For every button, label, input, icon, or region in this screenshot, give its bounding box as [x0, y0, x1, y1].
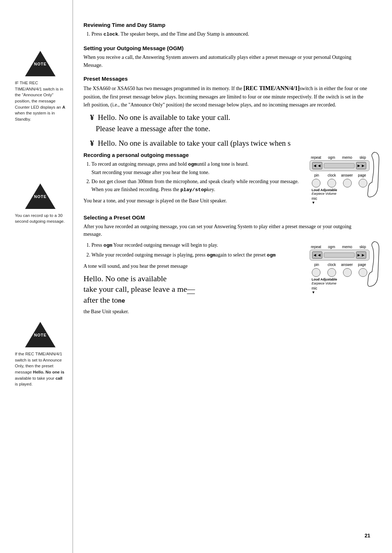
label-clock-2: clock: [326, 263, 338, 267]
select-body: After you have recorded an outgoing mess…: [83, 223, 370, 238]
label-ogm-2: ogm: [327, 245, 337, 249]
label-memo-1: memo: [342, 156, 352, 160]
label-pin-1: pin: [311, 173, 323, 177]
sidebar: NOTE IF THE REC TIME/ANN/4/1 switch is i…: [0, 22, 73, 531]
main-content: Reviewing Time and Day Stamp Press clock…: [73, 22, 392, 531]
device-circles-1: [310, 179, 369, 187]
device-diagram-1: repeat ogm memo skip ◄◄ ►►: [309, 152, 370, 208]
label-skip-1: skip: [358, 156, 368, 160]
label-ogm-1: ogm: [327, 156, 337, 160]
ogm-keyword-2: ogm: [103, 243, 112, 248]
page-number: 21: [364, 533, 370, 538]
label-repeat-1: repeat: [311, 156, 321, 160]
loud-label-1: Loud Adjustable Earpiece Volume: [310, 188, 369, 196]
page-circle-2: [359, 268, 367, 277]
page-circle-1: [359, 179, 367, 187]
selecting-text: Press ogm Your recorded outgoing message…: [83, 241, 302, 318]
note-text-1: IF THE REC TIME/ANN/4/1 switch is in the…: [15, 80, 66, 122]
device-top-labels-1: repeat ogm memo skip: [310, 156, 369, 160]
device-circle-labels-1: pin clock answer page: [310, 173, 369, 177]
section-recording-heading: Recording a personal outgoing message: [83, 152, 302, 158]
preset-quote-1: ¥ Hello. No one is available to take you…: [90, 112, 370, 134]
handset-svg-2: [367, 240, 380, 287]
loud-label-2: Loud Adjustable Earpiece Volume: [310, 278, 369, 286]
device-top-labels-2: repeat ogm memo skip: [310, 245, 369, 249]
selecting-steps: Press ogm Your recorded outgoing message…: [91, 241, 302, 259]
pin-circle-1: [312, 179, 320, 187]
slider-1[interactable]: [324, 163, 355, 168]
ogm-body: When you receive a call, the Answering S…: [83, 53, 370, 69]
playstop-keyword: play/stop: [180, 187, 207, 193]
recording-section: Recording a personal outgoing message To…: [83, 152, 370, 208]
label-memo-2: memo: [342, 245, 352, 249]
reviewing-step-1: Press clock. The speaker beeps, and the …: [91, 30, 370, 39]
ogm-keyword-1: ogm: [188, 162, 197, 167]
device-button-row-2: ◄◄ ►►: [310, 250, 369, 261]
label-pin-2: pin: [311, 263, 323, 267]
ogm-keyword-4: ogm: [267, 253, 275, 258]
section-select-heading: Selecting a Preset OGM: [83, 214, 370, 221]
device-wrap-2: repeat ogm memo skip ◄◄ ►►: [310, 241, 369, 294]
clock-circle-2: [327, 268, 336, 277]
ogm-keyword-3: ogm: [207, 253, 216, 258]
pin-circle-2: [312, 268, 320, 277]
mic-row-1: mic▼: [310, 197, 369, 205]
label-repeat-2: repeat: [311, 245, 321, 249]
selecting-footer-1: A tone will sound, and you hear the pres…: [83, 262, 302, 270]
note-block-1: NOTE IF THE REC TIME/ANN/4/1 switch is i…: [15, 51, 66, 122]
note-label-3: NOTE: [34, 333, 47, 337]
device-circles-2: [310, 268, 369, 277]
recording-step-1: To record an outgoing message, press and…: [91, 160, 302, 177]
device-wrap-1: repeat ogm memo skip ◄◄ ►►: [310, 152, 369, 205]
rec-time-label: [REC TIME/ANN/4/1]: [244, 85, 300, 91]
selecting-section: Press ogm Your recorded outgoing message…: [83, 241, 370, 318]
ff-button-1[interactable]: ►►: [356, 162, 366, 169]
label-answer-1: answer: [341, 173, 353, 177]
device-button-row-1: ◄◄ ►►: [310, 160, 369, 171]
label-page-1: page: [356, 173, 368, 177]
preset-quote-2: ¥ Hello. No one is available to take you…: [90, 137, 370, 149]
clock-circle-1: [327, 179, 336, 187]
rw-button-1[interactable]: ◄◄: [312, 162, 322, 169]
note-label-2: NOTE: [34, 194, 47, 199]
recording-footer: You hear a tone, and your message is pla…: [83, 197, 302, 205]
section-ogm-heading: Setting your Outgoing Message (OGM): [83, 45, 370, 51]
section-reviewing-heading: Reviewing Time and Day Stamp: [83, 22, 370, 28]
recording-step-2: Do not get closer than 300mm from the mi…: [91, 178, 302, 194]
note-block-3: NOTE If the REC TIME/ANN/4/1 switch is s…: [15, 322, 66, 387]
slider-2[interactable]: [324, 253, 355, 258]
selecting-step-2: While your recorded outgoing message is …: [91, 251, 302, 259]
note-label-1: NOTE: [34, 62, 47, 66]
recording-text: Recording a personal outgoing message To…: [83, 152, 302, 208]
ff-button-2[interactable]: ►►: [356, 251, 366, 259]
label-skip-2: skip: [358, 245, 368, 249]
label-page-2: page: [356, 263, 368, 267]
note-text-3: If the REC TIME/ANN/4/1 switch is set to…: [15, 351, 66, 387]
device-circle-labels-2: pin clock answer page: [310, 263, 369, 267]
preset-body: The XSA660 or XSA650 has two messages pr…: [83, 84, 370, 109]
section-preset-heading: Preset Messages: [83, 76, 370, 82]
device-diagram-2: repeat ogm memo skip ◄◄ ►►: [309, 241, 370, 318]
recording-steps: To record an outgoing message, press and…: [91, 160, 302, 194]
label-clock-1: clock: [326, 173, 338, 177]
device-inner-1: repeat ogm memo skip ◄◄ ►►: [310, 156, 369, 205]
selecting-step-1: Press ogm Your recorded outgoing message…: [91, 241, 302, 250]
sidebar-divider: [73, 0, 73, 553]
answer-circle-1: [343, 179, 352, 187]
page: NOTE IF THE REC TIME/ANN/4/1 switch is i…: [0, 0, 392, 553]
label-answer-2: answer: [341, 263, 353, 267]
note-text-2: You can record up to a 30 second outgoin…: [15, 213, 66, 225]
mic-row-2: mic▼: [310, 286, 369, 294]
rw-button-2[interactable]: ◄◄: [312, 251, 322, 259]
reviewing-steps: Press clock. The speaker beeps, and the …: [91, 30, 370, 39]
big-message: Hello. No one is available take your cal…: [83, 273, 302, 306]
handset-svg-1: [367, 150, 380, 198]
clock-keyword: clock: [103, 32, 118, 37]
device-inner-2: repeat ogm memo skip ◄◄ ►►: [310, 245, 369, 294]
selecting-footer-2: the Base Unit speaker.: [83, 308, 302, 316]
answer-circle-2: [343, 268, 352, 277]
note-block-2: NOTE You can record up to a 30 second ou…: [15, 183, 66, 225]
